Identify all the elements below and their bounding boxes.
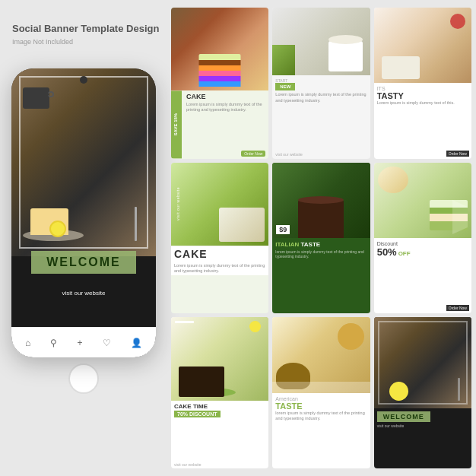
card8-taste-label: TASTE: [275, 401, 367, 411]
card2-visit: visit our website: [275, 152, 303, 157]
card6-image: [374, 163, 471, 238]
phone-mockup: WELCOME visit our website ⌂ ⚲ + ♡ 👤: [8, 68, 160, 403]
card8-image: [272, 317, 370, 392]
dark-cake-slice-vis: [179, 367, 224, 397]
card2-image: [272, 8, 370, 75]
card4-body: Lorem ipsum is simply dummy text of the …: [171, 262, 268, 275]
card3-text: Lorem ipsum is simply dummy text of this…: [377, 100, 468, 106]
card1-title: CAKE: [186, 93, 265, 100]
card5-desc: lorem ipsum is simply dummy text of the …: [275, 249, 367, 259]
card7-discount: 70% DISCOUNT: [174, 411, 221, 417]
card8-american-label: American: [275, 396, 367, 401]
nav-search-icon[interactable]: ⚲: [50, 338, 57, 348]
food-item-2-vis: [338, 323, 364, 350]
card3-its-label: ITS: [377, 86, 468, 91]
card1-body: SAVE 15% CAKE Lorem ipsum is simply dumm…: [171, 90, 268, 158]
card3-tasty-label: TASTY: [377, 91, 468, 100]
left-section: Social Banner Template Design Image Not …: [0, 0, 167, 476]
cake7-vis: [171, 317, 268, 400]
taste-highlight: TASTE: [275, 401, 302, 411]
card9-welcome-bg: WELCOME: [377, 411, 430, 422]
card-start-new: START NEW Lorem ipsum is simply dummy te…: [272, 8, 370, 159]
card3-order-btn[interactable]: Order Now: [446, 151, 469, 157]
phone-notch: [80, 76, 87, 84]
card7-visit: visit our website: [174, 462, 202, 467]
card-its-tasty: ITS TASTY Lorem ipsum is simply dummy te…: [374, 8, 471, 159]
card3-body: ITS TASTY Lorem ipsum is simply dummy te…: [374, 83, 471, 158]
cake-layer-3: [199, 71, 241, 76]
card6-order-btn[interactable]: Order Now: [446, 305, 469, 311]
berries-vis: [450, 14, 465, 29]
card7-cake-time: CAKE TIME: [174, 403, 265, 410]
card2-new-btn[interactable]: NEW: [275, 83, 295, 90]
card4-image: visit our website: [171, 163, 268, 246]
card9-image: [374, 317, 471, 408]
page-title: Social Banner Template Design: [12, 23, 164, 36]
visit-rotated-text: visit our website: [176, 187, 180, 221]
off-label: OFF: [398, 250, 411, 257]
card-cake-save: SAVE 15% CAKE Lorem ipsum is simply dumm…: [171, 8, 268, 159]
nav-heart-icon[interactable]: ♡: [103, 338, 111, 348]
choc-drip-vis: [298, 196, 344, 204]
card4-food-vis: [219, 208, 265, 242]
phone-welcome-area: WELCOME: [11, 251, 156, 274]
card5-body: ITALIAN TASTE lorem ipsum is simply dumm…: [272, 238, 370, 313]
italian-highlight: ITALIAN: [275, 241, 299, 248]
card-cake-time: CAKE TIME 70% DISCOUNT visit our website: [171, 317, 268, 468]
phone-nav-bar: ⌂ ⚲ + ♡ 👤: [11, 327, 156, 357]
card9-frame: [378, 321, 468, 404]
phone-home-button[interactable]: [68, 363, 99, 394]
card-welcome-dark: WELCOME visit our website: [374, 317, 471, 468]
card5-label: ITALIAN TASTE: [275, 241, 367, 248]
card9-visit-text: visit our website: [377, 424, 468, 428]
phone-frame: WELCOME visit our website ⌂ ⚲ + ♡ 👤: [11, 68, 156, 357]
card-discount-50: Discount 50% OFF Order Now: [374, 163, 471, 314]
cake-layer-2: [199, 65, 241, 71]
layered-cake-vis: [430, 200, 468, 234]
title-block: Social Banner Template Design Image Not …: [12, 23, 164, 46]
visit-rotated-label: visit our website: [173, 163, 183, 246]
phone-image-area: [11, 68, 156, 256]
card7-body: CAKE TIME 70% DISCOUNT visit our website: [171, 401, 268, 468]
cake-layer-5: [199, 81, 241, 87]
card6-body: Discount 50% OFF Order Now: [374, 238, 471, 313]
card-italian-taste: $9 ITALIAN TASTE lorem ipsum is simply d…: [272, 163, 370, 314]
card8-body: American TASTE lorem ipsum is simply dum…: [272, 393, 370, 468]
choc-cake-vis: [298, 200, 344, 238]
cake-layer-1: [199, 60, 241, 65]
card5-image: $9: [272, 163, 370, 238]
nav-add-icon[interactable]: +: [78, 338, 83, 348]
card1-order-btn[interactable]: Order Now: [241, 151, 265, 157]
card6-fifty-off: 50% OFF: [377, 246, 468, 258]
fifty-label: 50%: [377, 246, 397, 258]
welcome-bg: WELCOME: [31, 251, 136, 274]
nav-home-icon[interactable]: ⌂: [25, 338, 30, 348]
cake-white-vis: [382, 56, 420, 79]
white-cake-vis: [328, 41, 363, 71]
card7-image: [171, 317, 268, 400]
page-subtitle: Image Not Inclulded: [12, 38, 164, 46]
green-decor-vis: [272, 45, 295, 75]
card4-cake-label-area: CAKE: [171, 246, 268, 262]
card6-discount-label: Discount: [377, 241, 468, 246]
cake-top: [199, 54, 241, 60]
taste-label: TASTE: [301, 241, 321, 248]
card-american-taste: American TASTE lorem ipsum is simply dum…: [272, 317, 370, 468]
card9-welcome-text: WELCOME: [383, 413, 424, 420]
card8-text: lorem ipsum is simply dummy text of the …: [275, 411, 367, 421]
banner-grid: SAVE 15% CAKE Lorem ipsum is simply dumm…: [171, 8, 471, 468]
card-cake-visit: visit our website CAKE Lorem ipsum is si…: [171, 163, 268, 314]
card9-body: WELCOME visit our website: [374, 408, 471, 468]
fork-top: [175, 321, 194, 323]
card1-text: Lorem ipsum is simply dummy text of the …: [186, 102, 265, 113]
cake-layer-4: [199, 76, 241, 81]
card4-text: Lorem ipsum is simply dummy text of the …: [174, 263, 265, 274]
phone-screen: WELCOME visit our website ⌂ ⚲ + ♡ 👤: [11, 68, 156, 357]
card3-image: [374, 8, 471, 83]
card8-overlay: [272, 382, 370, 393]
nav-profile-icon[interactable]: 👤: [131, 338, 142, 348]
price-badge: $9: [276, 225, 290, 234]
card2-body: START NEW Lorem ipsum is simply dummy te…: [272, 75, 370, 158]
save-badge: SAVE 15%: [171, 90, 182, 158]
phone-visit-text: visit our website: [11, 290, 156, 297]
